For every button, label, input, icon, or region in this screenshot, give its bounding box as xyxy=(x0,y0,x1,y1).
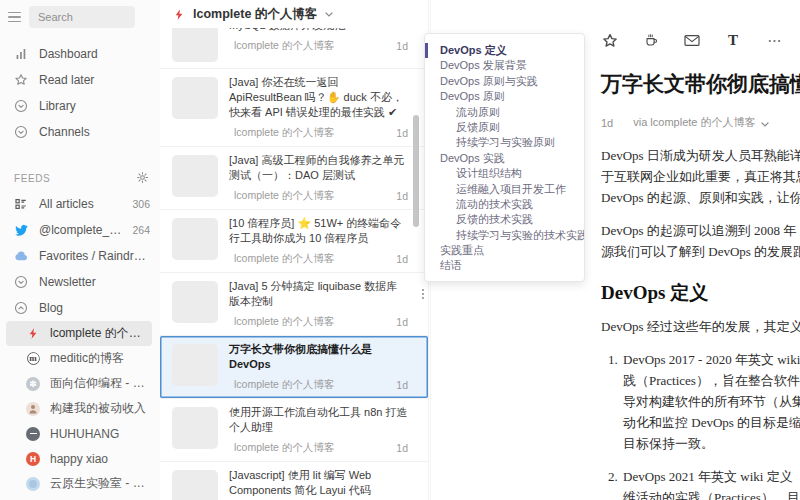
article-list-item[interactable]: [Java] 你还在统一返回 ApiResultBean 吗？✋ duck 不必… xyxy=(160,69,428,147)
article-item-source: lcomplete 的个人博客 xyxy=(234,378,385,392)
article-list-item[interactable]: 万字长文带你彻底搞懂什么是 DevOps lcomplete 的个人博客 1d xyxy=(160,336,428,399)
article-line: DevOps 的起源、原则和实践，让你搞清楚到 xyxy=(601,187,800,208)
toc-item-devops[interactable]: DevOps 发展背景 xyxy=(425,58,584,73)
article-list-panel: lcomplete 的个人博客 MySQL 数据库开发规范 lcomplete … xyxy=(160,0,429,500)
feed-favicon xyxy=(26,402,40,416)
toc-item-item[interactable]: 持续学习与实验原则 xyxy=(425,135,584,150)
article-meta: 1d via lcomplete 的个人博客 xyxy=(601,115,800,130)
mail-icon[interactable] xyxy=(683,32,701,49)
sidebar-item-library[interactable]: Library xyxy=(0,93,160,119)
toc-item-devops[interactable]: DevOps 原则 xyxy=(425,89,584,104)
sidebar-feed-favorites-raindrop-io[interactable]: Favorites / Raindrop.io xyxy=(0,243,160,269)
list-number: 2. xyxy=(608,466,618,487)
article-list-item[interactable]: [Javascript] 使用 lit 编写 Web Components 简化… xyxy=(160,462,428,500)
nav-label: Library xyxy=(39,99,150,113)
bolt-icon xyxy=(173,8,185,21)
feed-header[interactable]: lcomplete 的个人博客 xyxy=(160,0,428,28)
toc-item-devops[interactable]: DevOps 实践 xyxy=(425,151,584,166)
gear-icon[interactable] xyxy=(136,171,149,186)
article-line: 源我们可以了解到 DevOps 的发展跟敏捷软件 xyxy=(601,241,800,262)
sidebar-feed-newsletter[interactable]: Newsletter xyxy=(0,269,160,295)
sidebar-blog-kube[interactable]: 云原生实验室 - Kube… xyxy=(6,471,152,496)
article-toolbar: T xyxy=(601,32,783,49)
article-paragraph: DevOps 的起源可以追溯到 2008 年，在一次源我们可以了解到 DevOp… xyxy=(601,220,800,262)
sidebar-blog-happy-xiao[interactable]: H happy xiao xyxy=(6,446,152,471)
article-list-item[interactable]: [10 倍程序员] ⭐ 51W+ 的终端命令行工具助你成为 10 倍程序员 lc… xyxy=(160,210,428,273)
article-thumbnail xyxy=(172,281,218,323)
unread-count: 306 xyxy=(132,198,150,210)
article-item-source: lcomplete 的个人博客 xyxy=(234,189,385,203)
toc-item-item[interactable]: 设计组织结构 xyxy=(425,166,584,181)
sidebar-topbar xyxy=(0,5,160,29)
article-item-source: lcomplete 的个人博客 xyxy=(234,126,385,140)
article-item-source: lcomplete 的个人博客 xyxy=(234,315,385,329)
article-heading: DevOps 定义 xyxy=(601,282,800,303)
toc-item-item[interactable]: 持续学习与实验的技术实践 xyxy=(425,228,584,243)
nav-label: Read later xyxy=(39,73,150,87)
chevron-down-icon xyxy=(325,12,333,17)
toc-item-item[interactable]: 结语 xyxy=(425,258,584,273)
feed-favicon: H xyxy=(26,452,40,466)
toc-item-devops[interactable]: DevOps 原则与实践 xyxy=(425,74,584,89)
toc-item-item[interactable]: 实践重点 xyxy=(425,243,584,258)
toc-item-item[interactable]: 流动的技术实践 xyxy=(425,197,584,212)
feeds-list: All articles 306 @lcomplete_wild (Twitt…… xyxy=(0,191,160,321)
column-resize-handle[interactable] xyxy=(422,289,424,299)
sidebar: Dashboard Read later Library Channels FE… xyxy=(0,0,160,500)
toc-item-devops[interactable]: DevOps 定义 xyxy=(425,43,584,58)
list-number: 1. xyxy=(608,349,618,370)
library-icon xyxy=(14,99,28,113)
sidebar-feed-lcomplete-wild-twitt[interactable]: @lcomplete_wild (Twitt… 264 xyxy=(0,217,160,243)
cup-icon[interactable] xyxy=(642,32,660,49)
menu-icon[interactable] xyxy=(8,12,21,23)
toc-item-item[interactable]: 运维融入项目开发工作 xyxy=(425,182,584,197)
typography-icon[interactable]: T xyxy=(724,32,742,49)
article-line: 动化和监控 DevOps 的目标是缩短开发周 xyxy=(623,412,800,433)
feed-label: meditic的博客 xyxy=(50,350,152,367)
article-item-age: 1d xyxy=(396,442,408,454)
star-icon[interactable] xyxy=(601,32,619,49)
sidebar-item-channels[interactable]: Channels xyxy=(0,119,160,145)
article-item-title: [10 倍程序员] ⭐ 51W+ 的终端命令行工具助你成为 10 倍程序员 xyxy=(229,216,408,246)
article-list-item[interactable]: MySQL 数据库开发规范 lcomplete 的个人博客 1d xyxy=(160,28,428,69)
toc-item-item[interactable]: 流动原则 xyxy=(425,105,584,120)
article-list-item[interactable]: [Java] 5 分钟搞定 liquibase 数据库版本控制 lcomplet… xyxy=(160,273,428,336)
article-item-age: 1d xyxy=(396,316,408,328)
article-list-item[interactable]: [Java] 高级工程师的自我修养之单元测试（一）：DAO 层测试 lcompl… xyxy=(160,147,428,210)
search-input[interactable] xyxy=(29,6,135,28)
sidebar-blog-huhuhang[interactable]: HUHUHANG xyxy=(6,421,152,446)
chevron-circle-up-icon xyxy=(14,301,28,315)
sidebar-blog-mactalk[interactable]: / MacTalk-池建强的思… xyxy=(6,496,152,500)
unread-count: 264 xyxy=(132,224,150,236)
sidebar-item-read-later[interactable]: Read later xyxy=(0,67,160,93)
toc-item-item[interactable]: 反馈原则 xyxy=(425,120,584,135)
sidebar-item-dashboard[interactable]: Dashboard xyxy=(0,41,160,67)
feed-favicon: m xyxy=(26,352,40,366)
sidebar-blog-artic[interactable]: ✽ 面向信仰编程 - Artic… xyxy=(6,371,152,396)
article-list-item[interactable]: 使用开源工作流自动化工具 n8n 打造个人助理 lcomplete 的个人博客 … xyxy=(160,399,428,462)
article-thumbnail xyxy=(172,470,218,500)
sidebar-blog-meditic[interactable]: m meditic的博客 xyxy=(6,346,152,371)
article-item-source: lcomplete 的个人博客 xyxy=(234,39,385,53)
more-icon[interactable] xyxy=(765,32,783,49)
sidebar-feed-all-articles[interactable]: All articles 306 xyxy=(0,191,160,217)
nav-label: Dashboard xyxy=(39,47,150,61)
sidebar-feed-blog[interactable]: Blog xyxy=(0,295,160,321)
sidebar-blog-lcomplete[interactable]: lcomplete 的个人博客 xyxy=(6,321,152,346)
twitter-icon xyxy=(14,223,28,237)
article-item-source: lcomplete 的个人博客 xyxy=(234,252,385,266)
chevron-down-icon[interactable] xyxy=(761,117,769,129)
article-item-title: 万字长文带你彻底搞懂什么是 DevOps xyxy=(229,342,408,372)
article-item-age: 1d xyxy=(396,190,408,202)
sidebar-blog-item[interactable]: 构建我的被动收入 xyxy=(6,396,152,421)
raindrop-icon xyxy=(14,249,28,263)
article-paragraph: DevOps 经过这些年的发展，其定义也在不断 xyxy=(601,316,800,337)
list-scrollbar[interactable] xyxy=(413,115,419,227)
feed-label: 构建我的被动收入 xyxy=(50,400,152,417)
article-item-title: MySQL 数据库开发规范 xyxy=(229,28,408,33)
feed-header-title: lcomplete 的个人博客 xyxy=(193,6,317,23)
article-line: DevOps 2021 年英文 wiki 定义（直译） xyxy=(623,466,800,487)
article-source-link[interactable]: via lcomplete 的个人博客 xyxy=(633,115,755,130)
toc-item-item[interactable]: 反馈的技术实践 xyxy=(425,212,584,227)
sidebar-nav: Dashboard Read later Library Channels xyxy=(0,41,160,145)
